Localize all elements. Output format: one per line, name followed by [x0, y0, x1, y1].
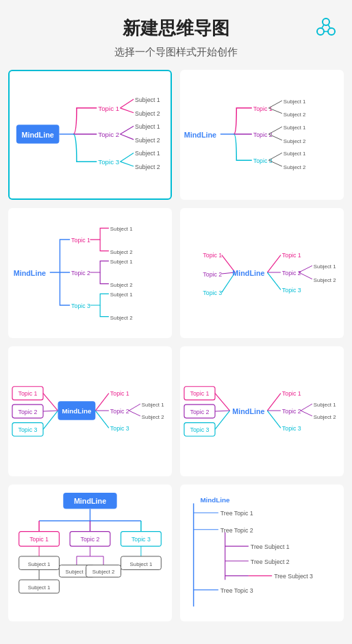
- logo-icon: [314, 15, 338, 40]
- svg-point-0: [323, 18, 329, 25]
- template-card-6[interactable]: Topic 1 Topic 2 Topic 3 MindLine Topic 1…: [180, 346, 344, 476]
- page-header: 新建思维导图: [0, 0, 352, 46]
- page-subtitle: 选择一个导图样式开始创作: [0, 46, 352, 59]
- template-card-8[interactable]: MindLine Tree Topic 1 Tree Topic 2 Tree …: [180, 485, 344, 621]
- svg-line-12: [121, 108, 134, 113]
- svg-line-28: [268, 101, 282, 108]
- svg-text:Topic 2: Topic 2: [98, 131, 119, 138]
- svg-text:Topic 2: Topic 2: [71, 270, 90, 276]
- svg-text:Subject 2: Subject 2: [92, 569, 115, 575]
- svg-text:MindLine: MindLine: [22, 131, 54, 139]
- svg-line-90: [95, 411, 109, 428]
- svg-text:Tree Topic 1: Tree Topic 1: [221, 510, 253, 517]
- svg-text:Subject 1: Subject 1: [314, 263, 336, 270]
- svg-line-102: [267, 394, 281, 411]
- svg-text:Topic 1: Topic 1: [18, 390, 38, 397]
- svg-text:Tree Subject 3: Tree Subject 3: [274, 573, 313, 580]
- svg-line-77: [43, 394, 58, 411]
- svg-text:Topic 3: Topic 3: [110, 425, 129, 432]
- svg-text:Topic 3: Topic 3: [131, 536, 151, 543]
- svg-line-106: [301, 404, 312, 411]
- svg-line-78: [43, 411, 58, 411]
- svg-line-16: [121, 126, 134, 134]
- svg-line-99: [215, 411, 230, 411]
- svg-text:Topic 2: Topic 2: [110, 408, 129, 415]
- template-card-7[interactable]: MindLine Topic 1 Subject 1 Topic 2 Subje: [8, 485, 172, 621]
- svg-text:Subject 1: Subject 1: [110, 259, 133, 265]
- svg-text:Topic 2: Topic 2: [190, 409, 210, 415]
- svg-line-34: [268, 127, 282, 134]
- svg-text:Topic 3: Topic 3: [282, 425, 301, 432]
- svg-line-100: [215, 411, 230, 429]
- svg-text:Topic 1: Topic 1: [98, 105, 119, 112]
- svg-line-61: [267, 255, 281, 272]
- svg-line-39: [268, 153, 282, 160]
- svg-line-82: [95, 394, 109, 411]
- svg-text:Topic 3: Topic 3: [71, 302, 90, 309]
- svg-line-79: [43, 411, 58, 429]
- svg-line-69: [267, 272, 281, 289]
- svg-text:Topic 3: Topic 3: [98, 158, 119, 166]
- svg-text:Subject 1: Subject 1: [28, 584, 51, 591]
- template-card-4[interactable]: Topic 1 Topic 2 Topic 3 MindLine Topic 1…: [180, 208, 344, 338]
- svg-line-21: [121, 153, 134, 162]
- svg-text:Subject 1: Subject 1: [135, 96, 160, 103]
- svg-text:Subject 2: Subject 2: [284, 112, 306, 118]
- svg-text:Topic 3: Topic 3: [203, 289, 222, 296]
- svg-text:Subject 1: Subject 1: [314, 402, 336, 408]
- svg-line-4: [328, 25, 330, 28]
- svg-text:MindLine: MindLine: [62, 407, 91, 415]
- svg-line-3: [322, 25, 324, 28]
- svg-line-88: [129, 411, 140, 416]
- svg-text:Topic 1: Topic 1: [282, 390, 301, 397]
- svg-text:Subject 1: Subject 1: [135, 150, 160, 157]
- svg-text:Topic 3: Topic 3: [18, 426, 38, 433]
- svg-text:Topic 1: Topic 1: [282, 252, 301, 259]
- svg-text:Topic 1: Topic 1: [110, 390, 129, 397]
- svg-text:Subject 2: Subject 2: [135, 137, 160, 144]
- svg-text:Subject 2: Subject 2: [314, 277, 336, 283]
- svg-text:Subject 1: Subject 1: [66, 569, 88, 575]
- svg-line-10: [121, 99, 134, 108]
- svg-text:Topic 2: Topic 2: [282, 270, 301, 276]
- svg-line-23: [121, 162, 134, 166]
- svg-text:Subject 1: Subject 1: [130, 561, 153, 567]
- svg-text:MindLine: MindLine: [232, 407, 264, 415]
- svg-line-110: [267, 411, 281, 428]
- svg-text:Topic 1: Topic 1: [71, 237, 90, 244]
- svg-line-86: [129, 404, 140, 411]
- svg-text:Subject 2: Subject 2: [110, 315, 133, 321]
- svg-text:Subject 1: Subject 1: [284, 99, 306, 105]
- svg-text:MindLine: MindLine: [74, 497, 106, 505]
- template-card-1[interactable]: MindLine Topic 1 Subject 1 Subject 2 Top…: [8, 70, 172, 200]
- svg-line-108: [301, 411, 312, 416]
- svg-line-18: [121, 134, 134, 140]
- svg-text:Subject 2: Subject 2: [110, 249, 133, 255]
- svg-text:MindLine: MindLine: [232, 269, 264, 277]
- svg-text:MindLine: MindLine: [200, 496, 229, 504]
- svg-text:Subject 2: Subject 2: [135, 110, 160, 117]
- svg-text:Subject 2: Subject 2: [110, 282, 133, 288]
- svg-point-1: [317, 28, 324, 35]
- svg-text:Topic 3: Topic 3: [282, 287, 301, 294]
- svg-text:Subject 1: Subject 1: [28, 561, 51, 567]
- svg-text:Subject 1: Subject 1: [142, 402, 164, 408]
- svg-text:Topic 1: Topic 1: [190, 390, 210, 397]
- svg-text:Topic 2: Topic 2: [81, 536, 100, 543]
- template-card-3[interactable]: MindLine Topic 1 Subject 1 Subject 2 Top…: [8, 208, 172, 338]
- template-card-2[interactable]: MindLine Topic 1 Subject 1 Subject 2 Top…: [180, 70, 344, 200]
- svg-text:Topic 2: Topic 2: [282, 408, 301, 415]
- svg-text:Subject 1: Subject 1: [110, 226, 133, 232]
- svg-text:Subject 2: Subject 2: [284, 164, 306, 170]
- svg-text:Subject 2: Subject 2: [142, 414, 164, 420]
- svg-line-98: [215, 394, 230, 411]
- page-title: 新建思维导图: [123, 18, 229, 38]
- svg-text:MindLine: MindLine: [184, 131, 216, 139]
- svg-text:Subject 1: Subject 1: [110, 292, 133, 298]
- svg-text:Subject 2: Subject 2: [135, 164, 160, 170]
- svg-point-2: [328, 28, 335, 35]
- template-card-5[interactable]: Topic 1 Topic 2 Topic 3 MindLine Topic 1…: [8, 346, 172, 476]
- svg-text:Subject 1: Subject 1: [135, 123, 160, 130]
- svg-text:Topic 1: Topic 1: [203, 252, 222, 259]
- svg-text:Topic 1: Topic 1: [29, 536, 49, 543]
